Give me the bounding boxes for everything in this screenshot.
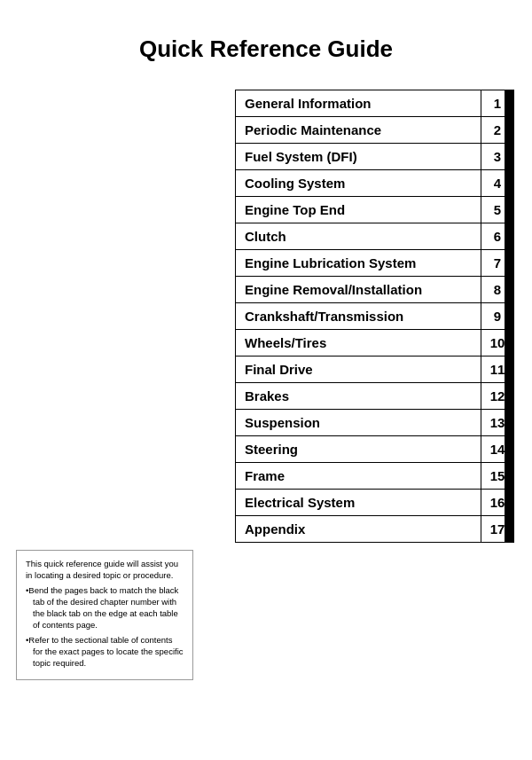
toc-number: 4 [481,170,513,196]
toc-label: Engine Lubrication System [236,250,481,276]
toc-label: Frame [236,463,481,489]
toc-label: Appendix [236,516,481,542]
sidebar-bullet-1: •Bend the pages back to match the black … [26,584,184,631]
toc-label: Cooling System [236,170,481,196]
toc-number: 2 [481,117,513,143]
sidebar-bullet-2: •Refer to the sectional table of content… [26,634,184,670]
toc-container: General Information1Periodic Maintenance… [235,90,514,543]
toc-row[interactable]: Cooling System4 [235,169,514,197]
toc-number: 9 [481,303,513,329]
toc-label: Clutch [236,223,481,249]
sidebar-intro: This quick reference guide will assist y… [26,558,184,582]
toc-label: Engine Top End [236,197,481,223]
toc-label: Engine Removal/Installation [236,277,481,302]
toc-label: Periodic Maintenance [236,117,481,143]
toc-row[interactable]: Steering14 [235,435,514,463]
toc-row[interactable]: Electrical System16 [235,489,514,516]
page-title: Quick Reference Guide [0,0,532,90]
toc-label: Suspension [236,410,481,435]
toc-row[interactable]: Engine Removal/Installation8 [235,276,514,303]
sidebar-note: This quick reference guide will assist y… [16,550,193,680]
toc-row[interactable]: Periodic Maintenance2 [235,116,514,144]
toc-row[interactable]: Clutch6 [235,223,514,250]
toc-number: 3 [481,144,513,169]
toc-number: 17 [481,516,513,542]
toc-number: 1 [481,90,513,116]
toc-row[interactable]: Crankshaft/Transmission9 [235,302,514,330]
toc-number: 13 [481,410,513,435]
toc-label: Final Drive [236,356,481,382]
toc-number: 5 [481,197,513,223]
toc-label: Electrical System [236,490,481,515]
toc-label: Wheels/Tires [236,330,481,356]
toc-number: 12 [481,383,513,409]
toc-row[interactable]: Fuel System (DFI)3 [235,143,514,170]
toc-number: 10 [481,330,513,356]
toc-row[interactable]: Final Drive11 [235,356,514,383]
toc-row[interactable]: Brakes12 [235,382,514,410]
toc-label: Fuel System (DFI) [236,144,481,169]
toc-number: 6 [481,223,513,249]
toc-row[interactable]: General Information1 [235,90,514,117]
toc-number: 14 [481,436,513,462]
toc-label: Crankshaft/Transmission [236,303,481,329]
toc-number: 7 [481,250,513,276]
toc-label: Brakes [236,383,481,409]
toc-row[interactable]: Appendix17 [235,515,514,543]
toc-row[interactable]: Engine Lubrication System7 [235,249,514,277]
toc-number: 15 [481,463,513,489]
toc-number: 16 [481,490,513,515]
toc-row[interactable]: Frame15 [235,462,514,490]
toc-number: 11 [481,356,513,382]
toc-label: Steering [236,436,481,462]
toc-label: General Information [236,90,481,116]
toc-number: 8 [481,277,513,302]
toc-row[interactable]: Suspension13 [235,409,514,436]
toc-row[interactable]: Engine Top End5 [235,196,514,223]
toc-row[interactable]: Wheels/Tires10 [235,329,514,356]
